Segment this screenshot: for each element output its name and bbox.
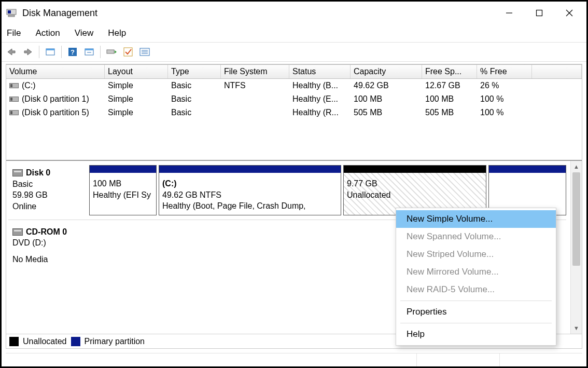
cell-capacity: 505 MB (351, 108, 422, 117)
menu-file[interactable]: File (7, 28, 21, 38)
part-size: 9.77 GB (347, 178, 483, 189)
legend-label-primary: Primary partition (85, 337, 145, 346)
context-menu-separator (400, 323, 552, 323)
part-size: 100 MB (93, 178, 153, 189)
part-name: (C:) (162, 178, 338, 189)
context-menu: New Simple Volume... New Spanned Volume.… (396, 208, 556, 346)
cell-volume: (C:) (22, 81, 36, 90)
disk-title: CD-ROM 0 (26, 226, 67, 238)
check-button[interactable] (121, 45, 135, 59)
svg-rect-12 (85, 49, 93, 50)
cell-status: Healthy (B... (289, 81, 351, 90)
table-row[interactable]: (Disk 0 partition 5) Simple Basic Health… (6, 106, 582, 119)
table-header-row: Volume Layout Type File System Status Ca… (6, 64, 582, 79)
toolbar: ? (2, 42, 586, 62)
cell-pctfree: 100 % (477, 108, 532, 117)
status-bar (6, 353, 582, 366)
cm-new-striped-volume[interactable]: New Striped Volume... (396, 246, 556, 263)
cell-capacity: 100 MB (351, 94, 422, 104)
col-status[interactable]: Status (289, 65, 351, 78)
svg-rect-8 (46, 49, 54, 50)
svg-rect-2 (8, 15, 15, 17)
cell-volume: (Disk 0 partition 1) (22, 94, 89, 104)
cell-layout: Simple (105, 108, 168, 117)
partition-efi[interactable]: 100 MB Healthy (EFI Sy (89, 165, 157, 215)
rescan-button[interactable] (105, 45, 118, 59)
cell-free: 12.67 GB (422, 81, 477, 90)
svg-rect-14 (124, 48, 132, 56)
cell-volume: (Disk 0 partition 5) (22, 108, 89, 117)
table-row[interactable]: (C:) Simple Basic NTFS Healthy (B... 49.… (6, 79, 582, 92)
cm-help[interactable]: Help (396, 325, 556, 343)
svg-text:?: ? (71, 48, 75, 56)
cell-free: 100 MB (422, 94, 477, 104)
svg-rect-1 (8, 10, 11, 13)
volume-icon (9, 97, 19, 102)
col-layout[interactable]: Layout (105, 65, 168, 78)
cell-pctfree: 100 % (477, 94, 532, 104)
back-button[interactable] (5, 45, 18, 59)
refresh-button[interactable] (82, 45, 96, 59)
part-status: Unallocated (347, 189, 483, 201)
menu-action[interactable]: Action (35, 28, 60, 38)
vertical-scrollbar[interactable]: ▲ ▼ (570, 161, 582, 334)
table-row[interactable]: (Disk 0 partition 1) Simple Basic Health… (6, 92, 582, 106)
window-title: Disk Management (22, 8, 494, 19)
disk-icon (12, 169, 23, 176)
col-extra[interactable] (532, 65, 582, 78)
col-type[interactable]: Type (168, 65, 221, 78)
menu-view[interactable]: View (75, 28, 94, 38)
disk-subtype: DVD (D:) (12, 237, 85, 249)
app-icon (6, 7, 17, 19)
cm-new-simple-volume[interactable]: New Simple Volume... (396, 210, 556, 228)
col-volume[interactable]: Volume (6, 65, 105, 78)
col-capacity[interactable]: Capacity (351, 65, 422, 78)
cell-type: Basic (168, 94, 221, 104)
cm-new-spanned-volume[interactable]: New Spanned Volume... (396, 228, 556, 246)
scroll-up-icon[interactable]: ▲ (571, 161, 582, 172)
scroll-thumb[interactable] (572, 172, 580, 266)
list-button[interactable] (138, 45, 151, 59)
close-button[interactable] (554, 3, 584, 23)
minimize-button[interactable] (494, 3, 524, 23)
context-menu-separator (400, 301, 552, 301)
title-bar: Disk Management (2, 2, 586, 24)
cm-new-raid5-volume[interactable]: New RAID-5 Volume... (396, 281, 556, 298)
help-button[interactable]: ? (66, 45, 79, 59)
cell-fs: NTFS (221, 81, 289, 90)
cell-status: Healthy (E... (289, 94, 351, 104)
maximize-button[interactable] (524, 3, 554, 23)
part-status: Healthy (EFI Sy (93, 189, 153, 201)
svg-rect-13 (107, 50, 114, 53)
cm-new-mirrored-volume[interactable]: New Mirrored Volume... (396, 263, 556, 281)
cdrom-info[interactable]: CD-ROM 0 DVD (D:) No Media (8, 224, 89, 267)
legend-swatch-unallocated (9, 337, 19, 346)
menu-help[interactable]: Help (108, 28, 126, 38)
disk-subtype: Basic (12, 179, 85, 190)
volume-icon (9, 83, 19, 88)
disk-0-info[interactable]: Disk 0 Basic 59.98 GB Online (8, 165, 89, 215)
cell-pctfree: 26 % (477, 81, 532, 90)
volume-icon (9, 110, 19, 115)
disk-size: 59.98 GB (12, 189, 85, 201)
col-filesystem[interactable]: File System (221, 65, 289, 78)
scroll-down-icon[interactable]: ▼ (571, 322, 582, 334)
disk-state: Online (12, 201, 85, 212)
col-pctfree[interactable]: % Free (477, 65, 532, 78)
col-freespace[interactable]: Free Sp... (422, 65, 477, 78)
cell-layout: Simple (105, 81, 168, 90)
cm-properties[interactable]: Properties (396, 303, 556, 321)
part-size: 49.62 GB NTFS (162, 189, 338, 201)
show-console-button[interactable] (44, 45, 57, 59)
forward-button[interactable] (21, 45, 35, 59)
menu-bar: File Action View Help (2, 24, 586, 42)
legend-label-unallocated: Unallocated (23, 337, 67, 346)
cell-type: Basic (168, 81, 221, 90)
partition-c[interactable]: (C:) 49.62 GB NTFS Healthy (Boot, Page F… (159, 165, 341, 215)
cell-type: Basic (168, 108, 221, 117)
part-status: Healthy (Boot, Page File, Crash Dump, (162, 200, 338, 212)
legend-swatch-primary (71, 337, 80, 346)
disk-title: Disk 0 (26, 167, 50, 179)
cell-status: Healthy (R... (289, 108, 351, 117)
cell-layout: Simple (105, 94, 168, 104)
